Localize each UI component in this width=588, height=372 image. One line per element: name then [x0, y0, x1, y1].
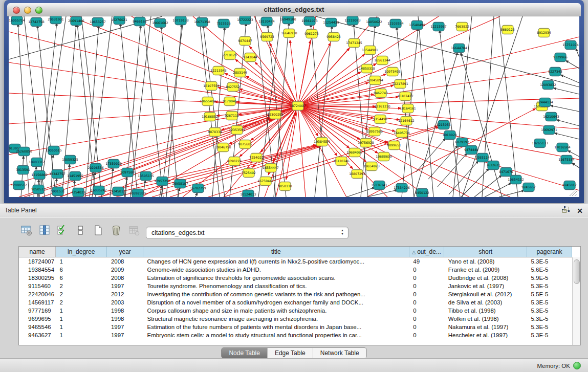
graph-node[interactable]: 9245652	[521, 183, 536, 192]
graph-node[interactable]: 18724007	[290, 102, 306, 111]
graph-node[interactable]: 9898222	[227, 157, 242, 166]
table-row[interactable]: 911546021997Tourette syndrome. Phenomeno…	[19, 282, 572, 290]
graph-node[interactable]: 20691406	[68, 17, 84, 26]
citation-edge-black[interactable]	[556, 120, 579, 126]
table-scrollbar[interactable]	[572, 257, 580, 345]
graph-node[interactable]: 16646910	[281, 29, 297, 38]
citation-edge-black[interactable]	[554, 133, 579, 139]
graph-node[interactable]: 2718120	[223, 51, 237, 60]
graph-node[interactable]: 12045894	[367, 76, 383, 85]
citation-edge-black[interactable]	[576, 48, 579, 57]
citation-edge-black[interactable]	[550, 105, 579, 112]
tab-node-table[interactable]: Node Table	[222, 348, 268, 358]
graph-node[interactable]: 18807293	[349, 170, 365, 179]
citation-edge-black[interactable]	[572, 163, 579, 168]
graph-node[interactable]: 16759441	[257, 177, 274, 186]
citation-edge-black[interactable]	[195, 192, 198, 197]
graph-node[interactable]: 16055714	[9, 16, 25, 25]
table-row[interactable]: 946554611997Estimation of the future num…	[19, 323, 572, 331]
graph-node[interactable]: 18300295	[267, 111, 284, 119]
canvas-resize-grip[interactable]	[575, 194, 577, 196]
table-row[interactable]: 1830029562008Estimation of significance …	[19, 274, 572, 282]
graph-node[interactable]: 25260850	[16, 147, 32, 156]
graph-node[interactable]: 8912934	[537, 29, 551, 37]
graph-node[interactable]: 17359928	[105, 160, 122, 168]
graph-node[interactable]: 8471676	[499, 168, 513, 177]
delete-attribute-icon[interactable]	[110, 224, 122, 237]
column-header-pagerank[interactable]: pagerank	[527, 247, 572, 257]
table-row[interactable]: 1456911722003Disruption of a novel membe…	[19, 298, 572, 307]
graph-node[interactable]: 12213343	[210, 67, 227, 75]
graph-node[interactable]: 9875685	[238, 140, 252, 149]
citation-edge-red[interactable]	[298, 40, 311, 106]
graph-node[interactable]: 15692971	[541, 126, 557, 135]
graph-node[interactable]: 9958423	[326, 33, 341, 41]
table-row[interactable]: 946362711997Embryonic stem cells: a mode…	[19, 331, 572, 339]
show-columns-icon[interactable]	[38, 224, 51, 237]
graph-node[interactable]: 11675334	[558, 156, 575, 164]
graph-node[interactable]: 9329966	[553, 53, 568, 62]
citation-network-graph[interactable]: 1872400798704472718120122133431810755410…	[9, 16, 579, 197]
graph-node[interactable]: 8918928	[443, 131, 457, 140]
graph-node[interactable]: 9242844	[243, 53, 257, 62]
citation-edge-black[interactable]	[565, 60, 579, 69]
graph-node[interactable]: 9154490	[373, 115, 387, 124]
window-titlebar[interactable]: citations_edges.txt	[7, 3, 581, 16]
graph-node[interactable]: 10973493	[384, 68, 401, 76]
graph-node[interactable]: 10392350	[129, 189, 146, 198]
citation-edge-red[interactable]	[70, 16, 298, 106]
citation-edge-black[interactable]	[553, 88, 579, 94]
citation-edge-black[interactable]	[21, 156, 24, 197]
column-header-in_degree[interactable]: in_degree	[56, 247, 107, 257]
graph-node[interactable]: 12444134	[537, 98, 553, 107]
graph-node[interactable]: 9245012	[562, 181, 577, 190]
graph-node[interactable]: 12093832	[540, 81, 556, 90]
citation-edge-red[interactable]	[286, 106, 298, 180]
float-window-icon[interactable]	[562, 206, 570, 215]
citation-edge-black[interactable]	[438, 153, 467, 187]
graph-node[interactable]: 7515526	[216, 19, 231, 28]
graph-node[interactable]: 19361073	[301, 17, 318, 26]
column-header-title[interactable]: title	[143, 247, 409, 257]
graph-node[interactable]: 20531901	[48, 16, 64, 24]
graph-node[interactable]: 17334206	[394, 184, 410, 192]
citation-edge-red[interactable]	[255, 62, 298, 106]
graph-node[interactable]: 14850622	[366, 18, 382, 27]
graph-node[interactable]: 13505135	[138, 172, 154, 181]
graph-node[interactable]: 16561244	[374, 56, 390, 65]
graph-node[interactable]: 9050513	[31, 185, 46, 194]
citation-edge-black[interactable]	[418, 16, 433, 197]
graph-node[interactable]: 16035242	[91, 186, 107, 195]
citation-edge-black[interactable]	[161, 16, 184, 197]
graph-node[interactable]: 16495734	[394, 129, 410, 138]
graph-node[interactable]: 12217891	[392, 80, 408, 89]
citation-edge-black[interactable]	[461, 168, 489, 197]
graph-node[interactable]: 11451955	[67, 172, 83, 181]
graph-node[interactable]: 16210643	[543, 113, 559, 121]
canvas-resize-grip[interactable]	[572, 191, 577, 196]
graph-node[interactable]: 9474444	[464, 146, 478, 155]
citation-edge-black[interactable]	[560, 75, 579, 83]
citation-edge-black[interactable]	[316, 16, 579, 87]
graph-node[interactable]: 16949100	[280, 16, 296, 24]
table-row[interactable]: 969969511998Structural magnetic resonanc…	[19, 315, 572, 323]
table-options-icon[interactable]	[20, 224, 33, 237]
graph-node[interactable]: 12103554	[387, 19, 404, 28]
graph-node[interactable]: 10653257	[90, 18, 106, 27]
tab-edge-table[interactable]: Edge Table	[268, 348, 313, 358]
graph-node[interactable]: 5901531	[51, 187, 65, 196]
graph-node[interactable]: 17016504	[554, 143, 571, 152]
graph-node[interactable]: 12219073	[344, 16, 361, 25]
table-selector-dropdown[interactable]: citations_edges.txt ▲ ▼	[146, 227, 349, 239]
graph-node[interactable]: 19684067	[346, 148, 363, 157]
graph-node[interactable]: 16120746	[333, 157, 350, 166]
citation-edge-black[interactable]	[461, 52, 502, 197]
network-graph-canvas[interactable]: 1872400798704472718120122133431810755410…	[9, 16, 579, 197]
column-header-out_de[interactable]: △out_de...	[409, 247, 444, 257]
graph-node[interactable]: 7632621	[486, 161, 500, 170]
graph-node[interactable]: 9878334	[208, 128, 222, 137]
graph-node[interactable]: 7254023	[71, 188, 85, 197]
table-row[interactable]: 977716911998Corpus callosum shape and si…	[19, 307, 572, 315]
graph-node[interactable]: 2935114	[475, 154, 490, 162]
graph-node[interactable]: 12161210	[374, 102, 390, 111]
